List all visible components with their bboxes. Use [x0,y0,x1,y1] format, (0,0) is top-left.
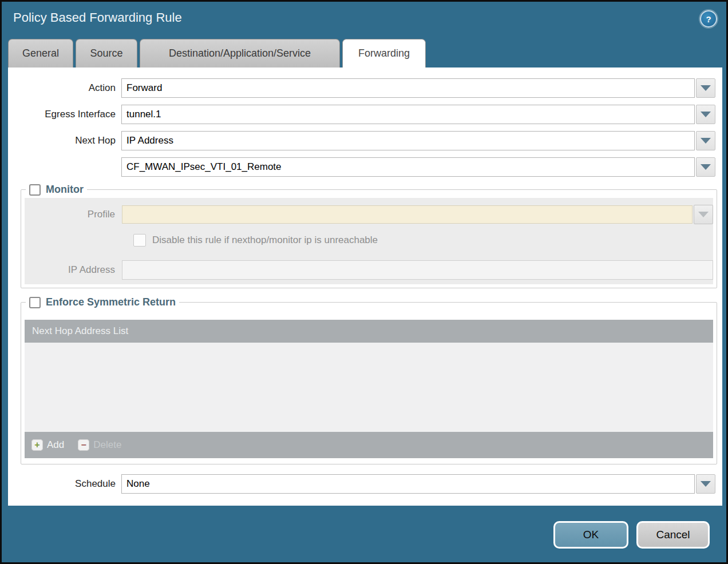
profile-label: Profile [25,209,122,220]
action-input[interactable] [121,78,695,98]
title-bar: Policy Based Forwarding Rule ? [2,2,726,39]
chevron-down-icon [701,481,711,487]
monitor-fieldset: Monitor Profile Disable this rule if nex… [21,184,717,288]
pbf-rule-dialog: { "dialog": { "title": "Policy Based For… [0,0,728,564]
table-body-empty [25,343,713,432]
disable-rule-row: Disable this rule if nexthop/monitor ip … [133,234,713,247]
next-hop-type-input[interactable] [121,131,695,150]
delete-button-label: Delete [93,439,121,451]
monitor-legend: Monitor [26,184,87,196]
dialog-title: Policy Based Forwarding Rule [13,10,182,25]
action-label: Action [8,82,121,94]
next-hop-address-input[interactable] [121,157,695,177]
action-dropdown-button[interactable] [696,78,715,98]
chevron-down-icon [698,212,709,217]
tab-source[interactable]: Source [76,39,137,67]
egress-interface-input[interactable] [121,105,695,124]
monitor-ip-address-row: IP Address [25,260,713,280]
disable-rule-label: Disable this rule if nexthop/monitor ip … [152,235,378,246]
chevron-down-icon [701,138,711,144]
next-hop-address-dropdown-button[interactable] [696,157,715,177]
profile-row: Profile [25,205,713,224]
table-header-next-hop-address-list: Next Hop Address List [25,320,713,343]
dialog-footer: OK Cancel [2,506,726,549]
forwarding-tab-panel: Action Egress Interface Next Hop Monitor [8,67,722,506]
schedule-dropdown-button[interactable] [696,474,715,494]
disable-rule-checkbox [133,234,146,247]
next-hop-address-list-table: Next Hop Address List + Add − Delete [25,320,713,458]
next-hop-type-dropdown-button[interactable] [696,131,715,150]
chevron-down-icon [701,112,711,117]
enforce-symmetric-return-legend: Enforce Symmetric Return [26,296,179,308]
tab-bar: General Source Destination/Application/S… [8,39,726,67]
next-hop-address-row [8,157,722,177]
chevron-down-icon [701,164,711,170]
egress-interface-label: Egress Interface [8,109,121,120]
monitor-ip-address-label: IP Address [25,264,122,276]
egress-interface-dropdown-button[interactable] [696,105,715,124]
profile-dropdown-button [694,205,713,224]
cancel-button[interactable]: Cancel [636,521,710,549]
enforce-symmetric-return-legend-label: Enforce Symmetric Return [46,296,176,308]
chevron-down-icon [701,85,711,91]
monitor-legend-label: Monitor [46,184,84,196]
tab-destination-application-service[interactable]: Destination/Application/Service [140,39,340,67]
profile-input [122,205,693,224]
egress-interface-row: Egress Interface [8,105,722,124]
monitor-checkbox[interactable] [29,184,41,196]
add-button-label: Add [47,439,64,451]
schedule-label: Schedule [8,478,121,490]
tab-forwarding[interactable]: Forwarding [342,39,426,67]
delete-button[interactable]: − Delete [78,439,121,451]
action-row: Action [8,78,722,98]
help-icon[interactable]: ? [700,10,717,27]
schedule-input[interactable] [121,474,695,494]
monitor-ip-address-input [122,260,713,280]
enforce-symmetric-return-checkbox[interactable] [29,297,41,308]
schedule-row: Schedule [8,474,722,494]
monitor-panel: Profile Disable this rule if nexthop/mon… [25,198,713,284]
enforce-symmetric-return-fieldset: Enforce Symmetric Return Next Hop Addres… [21,296,717,464]
add-button[interactable]: + Add [31,439,64,451]
next-hop-row: Next Hop [8,131,722,150]
table-toolbar: + Add − Delete [25,432,713,458]
tab-general[interactable]: General [8,39,73,67]
next-hop-label: Next Hop [8,135,121,146]
plus-icon: + [31,439,43,451]
ok-button[interactable]: OK [553,521,628,549]
minus-icon: − [78,439,89,451]
